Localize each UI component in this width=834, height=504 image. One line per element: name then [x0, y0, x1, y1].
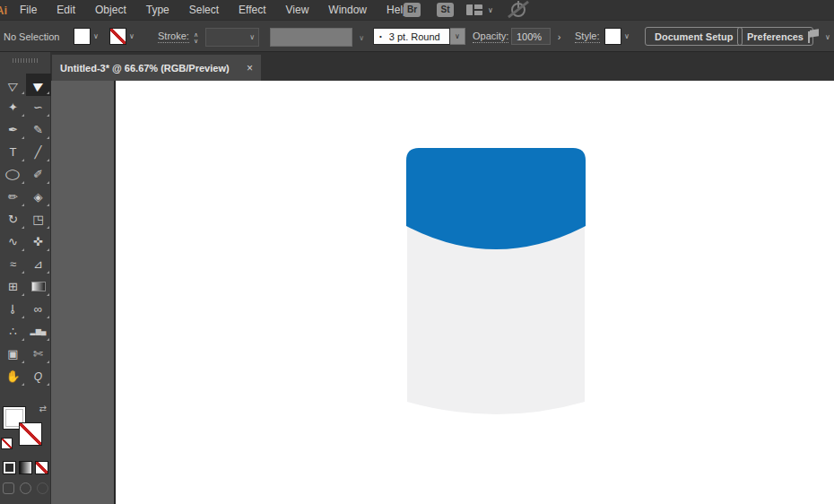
canvas-area[interactable]	[51, 81, 834, 504]
chevron-down-icon[interactable]: ∨	[624, 32, 630, 40]
slice-tool[interactable]: ✄	[26, 343, 51, 365]
tools-panel: ▷ ▶ ✦ ∽ ✒ ✎ T ╱ ◯ ✐ ✏ ◈ ↻ ◳ ∿ ✜ ≈ ⊿ ⊞ ⊸ …	[0, 52, 51, 504]
menu-type[interactable]: Type	[136, 4, 179, 16]
fill-stroke-indicator: ⇄	[0, 404, 51, 459]
jar-cap-shape[interactable]	[406, 148, 586, 249]
document-tab-title: Untitled-3* @ 66.67% (RGB/Preview)	[60, 63, 230, 74]
drawing-mode-buttons	[0, 482, 51, 494]
artboard-tool[interactable]: ▣	[1, 343, 26, 365]
control-bar: No Selection ∨ ∨ Stroke: ∧ ∨ ∨ ∨ • 3 pt.…	[0, 20, 834, 52]
width-tool[interactable]: ∿	[1, 230, 26, 253]
document-setup-button[interactable]: Document Setup	[645, 27, 743, 46]
hand-tool[interactable]: ✋	[1, 365, 26, 387]
chevron-down-icon[interactable]: ∨	[825, 33, 830, 41]
paint-mode-buttons	[0, 461, 51, 474]
style-label[interactable]: Style:	[575, 30, 600, 43]
chevron-down-icon[interactable]: ∨	[450, 28, 465, 45]
stroke-weight-stepper[interactable]: ∧ ∨	[189, 28, 203, 47]
chevron-down-icon[interactable]: ∨	[129, 32, 135, 40]
gradient-chip-icon	[31, 282, 46, 291]
menubar-right-controls: Br St ∨	[395, 0, 834, 20]
default-fill-stroke-icon[interactable]	[1, 438, 13, 449]
document-tab-bar: Untitled-3* @ 66.67% (RGB/Preview) ×	[51, 52, 834, 81]
selection-tool[interactable]: ▶	[26, 74, 51, 96]
ellipse-tool[interactable]: ◯	[1, 163, 26, 186]
eyedropper-tool[interactable]: ⊸	[1, 298, 26, 320]
scale-tool[interactable]: ◳	[26, 208, 51, 230]
lasso-tool[interactable]: ∽	[26, 96, 51, 118]
curvature-tool[interactable]: ✎	[26, 118, 51, 141]
swap-fill-stroke-icon[interactable]: ⇄	[39, 404, 47, 413]
magic-wand-tool[interactable]: ✦	[1, 96, 26, 118]
chevron-down-icon[interactable]: ∨	[488, 6, 493, 14]
gradient-mode-button[interactable]	[19, 461, 32, 474]
brush-preview-dot: •	[379, 32, 382, 40]
chevron-down-icon: ∨	[249, 33, 255, 41]
stroke-label[interactable]: Stroke:	[158, 30, 189, 43]
chevron-down-icon: ∨	[359, 34, 364, 42]
tool-grid: ▷ ▶ ✦ ∽ ✒ ✎ T ╱ ◯ ✐ ✏ ◈ ↻ ◳ ∿ ✜ ≈ ⊿ ⊞ ⊸ …	[0, 74, 51, 387]
column-graph-tool[interactable]: ▂▆▄	[26, 320, 51, 343]
type-tool[interactable]: T	[1, 141, 26, 163]
brush-name: 3 pt. Round	[389, 31, 440, 42]
opacity-input[interactable]: 100%	[511, 28, 551, 45]
style-swatch[interactable]	[604, 28, 621, 45]
puppet-warp-tool[interactable]: ✜	[26, 230, 51, 253]
gradient-tool[interactable]	[26, 275, 51, 298]
stepper-up-icon[interactable]: ∧	[194, 31, 198, 38]
stroke-none-swatch[interactable]	[109, 28, 126, 45]
stroke-weight-dropdown[interactable]: ∨	[205, 28, 259, 47]
none-mode-button[interactable]	[35, 461, 48, 474]
perspective-grid-tool[interactable]: ⊿	[26, 253, 51, 275]
menu-select[interactable]: Select	[179, 4, 229, 16]
artwork	[51, 81, 834, 504]
fill-swatch[interactable]	[74, 28, 91, 45]
menu-edit[interactable]: Edit	[47, 4, 85, 16]
color-mode-button[interactable]	[3, 461, 16, 474]
opacity-expand-button[interactable]: ›	[553, 28, 565, 45]
paintbrush-tool[interactable]: ✐	[26, 163, 51, 186]
pen-tool[interactable]: ✒	[1, 118, 26, 141]
selection-status: No Selection	[4, 31, 59, 42]
document-tab[interactable]: Untitled-3* @ 66.67% (RGB/Preview) ×	[52, 55, 261, 81]
opacity-label[interactable]: Opacity:	[473, 30, 508, 43]
menu-bar: Ai File Edit Object Type Select Effect V…	[0, 0, 834, 20]
stock-button[interactable]: St	[437, 3, 454, 17]
rotate-tool[interactable]: ↻	[1, 208, 26, 230]
width-profile-dropdown: ∨	[270, 28, 352, 47]
line-segment-tool[interactable]: ╱	[26, 141, 51, 163]
sync-disabled-icon[interactable]	[511, 3, 526, 17]
preferences-button[interactable]: Preferences	[737, 27, 813, 46]
menu-effect[interactable]: Effect	[229, 4, 275, 16]
eraser-tool[interactable]: ◈	[26, 186, 51, 208]
style-control[interactable]: ∨	[604, 28, 630, 45]
fill-color-control[interactable]: ∨	[74, 28, 99, 45]
zoom-tool[interactable]: Q	[26, 365, 51, 387]
jar-body-shape[interactable]	[407, 222, 585, 414]
brush-field[interactable]: • 3 pt. Round	[373, 28, 450, 45]
chevron-down-icon[interactable]: ∨	[93, 32, 99, 40]
stroke-color-control[interactable]: ∨	[109, 28, 135, 45]
blend-tool[interactable]: ∞	[26, 298, 51, 320]
symbol-sprayer-tool[interactable]: ∴	[1, 320, 26, 343]
bridge-button[interactable]: Br	[404, 3, 421, 17]
illustrator-logo: Ai	[0, 4, 10, 17]
workspace-switcher-icon[interactable]	[466, 4, 482, 15]
direct-selection-tool[interactable]: ▷	[1, 74, 26, 96]
toolbar-grip[interactable]	[13, 58, 38, 63]
menu-view[interactable]: View	[276, 4, 319, 16]
shaper-tool[interactable]: ≈	[1, 253, 26, 275]
draw-normal-mode-icon[interactable]	[3, 482, 14, 494]
stroke-indicator[interactable]	[19, 422, 42, 446]
draw-behind-mode-icon[interactable]	[20, 482, 31, 494]
draw-inside-mode-icon[interactable]	[37, 482, 48, 494]
brush-definition-control[interactable]: • 3 pt. Round ∨	[373, 28, 465, 45]
menu-object[interactable]: Object	[85, 4, 136, 16]
tab-close-icon[interactable]: ×	[247, 62, 253, 74]
menu-file[interactable]: File	[10, 4, 47, 16]
stepper-down-icon[interactable]: ∨	[194, 38, 198, 44]
pencil-tool[interactable]: ✏	[1, 186, 26, 208]
menu-window[interactable]: Window	[318, 4, 377, 16]
mesh-tool[interactable]: ⊞	[1, 275, 26, 298]
